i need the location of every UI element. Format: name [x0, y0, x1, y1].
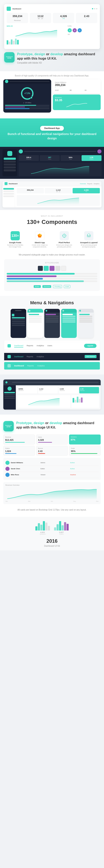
horiz-nav-item-3[interactable]: Analytics [36, 344, 44, 347]
dark-nav-item-1[interactable]: Dashboard [14, 355, 23, 358]
stats-card-value-1: 359,234 [55, 83, 99, 87]
mobile-3-nav-1[interactable] [46, 316, 59, 317]
mobile-4-nav-active[interactable] [62, 314, 73, 315]
light-nav-item-2[interactable]: Reports [87, 183, 93, 184]
sidebar-item-3[interactable] [4, 166, 16, 168]
teal-nav-item-2[interactable]: Reports [27, 365, 34, 367]
mobile-3-nav-2[interactable] [46, 317, 59, 319]
dark-chart-svg [20, 164, 100, 175]
mobile-2-nav-2[interactable] [29, 317, 42, 319]
card-6-label: Goals [71, 447, 99, 449]
card-1-value: $12,425 [5, 439, 33, 441]
card-3: Sessions 87% [69, 435, 101, 444]
horiz-nav-cta[interactable]: Upgrade [84, 344, 97, 348]
mobile-2-nav-4[interactable] [29, 321, 42, 322]
wide-sidebar-item-3[interactable] [4, 398, 15, 399]
hero-dashboard-mockup: Dashboard 359,234 ↑ Revenue 1112 80 . 24… [4, 4, 100, 49]
nav-dot-1 [94, 8, 95, 9]
pixel-perfect-icon [62, 233, 67, 238]
card-2-value: 4,328 [38, 439, 66, 441]
sidebar-item-4[interactable] [4, 169, 16, 172]
light-nav-item-1[interactable]: Overview [80, 183, 86, 184]
light-dash-logo [5, 182, 7, 185]
mini-stat-1: 1112 [55, 89, 69, 91]
light-sidebar-1[interactable] [3, 190, 14, 192]
mobile-1-nav-1[interactable] [12, 319, 25, 320]
light-sidebar-2[interactable] [3, 193, 14, 195]
bc1-bar-1 [35, 526, 37, 530]
mobile-1-nav-4[interactable] [12, 324, 25, 326]
wide-sidebar-active[interactable] [4, 392, 15, 393]
teal-nav-bar: Dashboard Reports Analytics [4, 362, 100, 370]
dark-stats-grid: $35.4 Revenue 287 Users 94% Rate 1.2k Or… [19, 155, 102, 161]
mobile-4-nav-4[interactable] [62, 321, 76, 322]
mobile-mockup-3-header [44, 309, 60, 313]
progress-bar-2 [7, 275, 97, 277]
horiz-nav-item-2[interactable]: Reports [27, 344, 33, 347]
dark-nav-item-3[interactable]: Analytics [36, 355, 44, 358]
teal-nav-item-1[interactable]: Dashboard [14, 365, 24, 367]
mobile-1-nav-3[interactable] [12, 323, 25, 324]
wide-mockup-1-header [3, 379, 101, 385]
table-status-3: Inactive [70, 474, 99, 476]
light-sidebar-3[interactable] [3, 195, 14, 197]
feature-title-2: Sketch App [30, 242, 49, 244]
circular-gauge: +7.3% [21, 87, 33, 100]
light-nav-item-3[interactable]: Analytics [94, 183, 99, 184]
card-4-label: Orders [5, 447, 33, 449]
horiz-nav-item-4[interactable]: Users [47, 344, 52, 347]
mobile-5-nav-active[interactable] [79, 314, 89, 315]
sidebar-item-2[interactable] [4, 163, 16, 165]
components-subtitle: Bunch of high quality UI components will… [3, 74, 101, 77]
mobile-3-nav-active[interactable] [46, 314, 56, 315]
bar-chart-preview-1: 4,921 Sessions [35, 520, 50, 535]
mobile-5-nav-1[interactable] [79, 316, 93, 317]
stat-users-value: 1112 [31, 14, 50, 18]
mobile-4-dot [62, 310, 64, 312]
mobile-4-nav-3[interactable] [62, 319, 76, 321]
mobile-5-nav-3[interactable] [79, 319, 93, 321]
mobile-5-nav-2[interactable] [79, 317, 93, 319]
light-sidebar-active[interactable] [3, 188, 14, 190]
nav-dot-active [92, 8, 93, 9]
mobile-5-nav-4[interactable] [79, 321, 93, 322]
mobile-nav-mockups [4, 309, 100, 338]
sidebar-item-active[interactable] [4, 158, 16, 160]
app-icon-sublabel: UI Kit [6, 57, 12, 59]
styleguide-label-text: Styleguide [7, 262, 97, 264]
wide-sidebar-item-1[interactable] [4, 394, 15, 395]
mobile-2-nav-active[interactable] [29, 314, 39, 315]
nav-dot-2 [96, 8, 97, 9]
app-description: Prototype, design or develop amazing das… [17, 52, 100, 64]
mobile-3-nav-4[interactable] [46, 321, 59, 322]
mobile-2-nav-3[interactable] [29, 319, 42, 321]
sketch-icon [37, 233, 42, 238]
light-dashboard-section: Dashboard Overview Reports Analytics 359… [0, 179, 104, 210]
stats-mockup: Daniel Williams 359,234 ↑ 1112 80 24 Ses… [53, 79, 101, 113]
dashboard-title: Dashboard [12, 8, 21, 10]
table-role-3: Viewer [41, 474, 69, 476]
sidebar-logo [7, 151, 12, 156]
mobile-2-nav-1[interactable] [29, 316, 42, 317]
table-role-2: Editor [41, 468, 69, 470]
dark-nav-btn[interactable]: Get Started [85, 355, 97, 358]
light-dash-stat-2: 1,112 80 . 24 [45, 188, 72, 193]
teal-nav-item-3[interactable]: Analytics [37, 365, 45, 367]
mobile-1-nav-2[interactable] [12, 321, 25, 322]
nav-promo-btn[interactable]: Dashboard App [40, 126, 64, 131]
stats-card-2: Sessions $3.35 [53, 94, 101, 110]
stat-revenue-change: ↑ [8, 18, 26, 20]
mobile-4-nav-1[interactable] [62, 316, 76, 317]
wide-sidebar-item-2[interactable] [4, 396, 15, 397]
sidebar-item-1[interactable] [4, 160, 16, 163]
horiz-nav-item-1[interactable]: Dashboard [14, 344, 23, 347]
feature-title-3: Pixel Perfect [55, 242, 74, 244]
dark-nav-item-2[interactable]: Reports [27, 355, 33, 358]
mobile-4-nav-2[interactable] [62, 317, 76, 319]
mobile-1-nav-active[interactable] [12, 317, 25, 318]
svg-rect-14 [88, 234, 89, 236]
feature-item-2: Sketch App Create vector shapes as compo… [29, 229, 51, 249]
dark-search[interactable] [24, 151, 96, 152]
mobile-3-nav-3[interactable] [46, 319, 59, 321]
stat-sessions: 4,326 7% [53, 13, 74, 23]
